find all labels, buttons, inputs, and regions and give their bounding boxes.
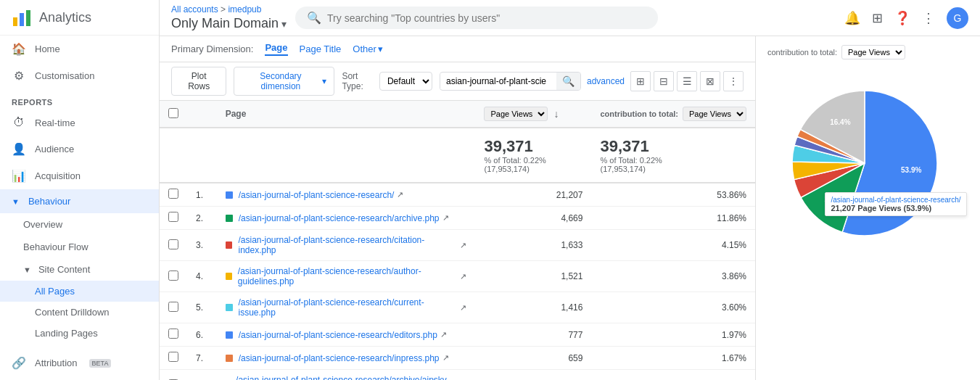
page-link[interactable]: /asian-journal-of-plant-science-research…	[239, 353, 440, 363]
view-table-button[interactable]: ⊞	[630, 71, 651, 91]
sidebar-item-customisation-label: Customisation	[35, 70, 94, 81]
sidebar-item-landing-pages[interactable]: Landing Pages	[0, 323, 159, 344]
dim-page-link[interactable]: Page	[265, 42, 287, 56]
row-num: 7.	[187, 347, 217, 370]
view-compare-button[interactable]: ⊟	[654, 71, 674, 91]
plot-rows-button[interactable]: Plot Rows	[171, 67, 226, 96]
sidebar-item-behaviour-flow-label: Behaviour Flow	[23, 241, 88, 252]
dim-page-title-link[interactable]: Page Title	[300, 44, 342, 54]
grid-icon[interactable]: ⊞	[872, 10, 883, 26]
page-views-metric-select[interactable]: Page Views	[484, 107, 548, 121]
search-filter: 🔍	[440, 72, 581, 91]
summary-row: 39,371 % of Total: 0.22% (17,953,174) 39…	[160, 128, 755, 183]
external-link-icon[interactable]: ↗	[442, 353, 449, 363]
page-link[interactable]: /asian-journal-of-plant-science-research…	[239, 213, 440, 223]
view-custom-button[interactable]: ⋮	[723, 71, 744, 91]
row-checkbox-cell	[160, 230, 187, 261]
sidebar-item-site-content[interactable]: ▼ Site Content	[0, 258, 159, 281]
sort-arrow-icon[interactable]: ↓	[553, 108, 559, 120]
contribution-label: contribution to total:	[600, 110, 678, 118]
sidebar-item-behaviour[interactable]: ▼ Behaviour	[0, 189, 159, 213]
sidebar-item-content-drilldown[interactable]: Content Drilldown	[0, 302, 159, 323]
table-row: 7. /asian-journal-of-plant-science-resea…	[160, 347, 755, 370]
page-link[interactable]: /asian-journal-of-plant-science-research…	[236, 375, 457, 380]
external-link-icon[interactable]: ↗	[460, 303, 466, 313]
breadcrumb-all-accounts[interactable]: All accounts	[171, 4, 218, 15]
row-checkbox-cell	[160, 207, 187, 230]
secondary-dimension-label: Secondary dimension	[242, 71, 319, 91]
row-pct: 0.99%	[591, 370, 755, 381]
sidebar-nav: 🏠 Home ⚙ Customisation REPORTS ⏱ Real-ti…	[0, 36, 159, 380]
external-link-icon[interactable]: ↗	[397, 190, 403, 199]
search-filter-button[interactable]: 🔍	[556, 73, 580, 90]
dim-other-dropdown[interactable]: Other ▾	[353, 44, 383, 54]
row-checkbox[interactable]	[168, 270, 178, 281]
row-page-cell: /asian-journal-of-plant-science-research…	[217, 347, 476, 370]
more-icon[interactable]: ⋮	[922, 10, 935, 26]
row-checkbox-cell	[160, 183, 187, 207]
contribution-header: contribution to total: Page Views	[600, 107, 746, 121]
row-checkbox[interactable]	[168, 329, 178, 339]
view-pivot-button[interactable]: ⊠	[700, 71, 720, 91]
secondary-dimension-button[interactable]: Secondary dimension ▾	[234, 67, 334, 96]
pie-chart: 53.9%11.9%16.4% /asian-journal-of-plant-…	[781, 80, 955, 254]
advanced-link[interactable]: advanced	[587, 76, 625, 86]
view-list-button[interactable]: ☰	[677, 71, 697, 91]
page-color-dot	[226, 191, 233, 199]
row-checkbox[interactable]	[168, 212, 178, 222]
breadcrumb-account[interactable]: imedpub	[228, 4, 261, 15]
row-checkbox[interactable]	[168, 302, 178, 312]
pie-metric-select[interactable]: Page Views	[841, 45, 905, 59]
search-filter-input[interactable]	[440, 73, 556, 89]
external-link-icon[interactable]: ↗	[460, 272, 466, 281]
avatar[interactable]: G	[947, 7, 968, 29]
contribution-metric-select[interactable]: Page Views	[683, 107, 746, 121]
page-link-group: /asian-journal-of-plant-science-research…	[226, 213, 467, 223]
row-checkbox[interactable]	[168, 352, 178, 362]
row-page-cell: /asian-journal-of-plant-science-research…	[217, 183, 476, 207]
row-checkbox-cell	[160, 370, 187, 381]
sidebar-item-overview[interactable]: Overview	[0, 213, 159, 236]
row-checkbox[interactable]	[168, 239, 178, 249]
domain-area: All accounts > imedpub Only Main Domain …	[171, 4, 287, 31]
sidebar-item-all-pages[interactable]: All Pages	[0, 281, 159, 302]
row-num: 5.	[187, 292, 217, 323]
select-all-checkbox[interactable]	[168, 108, 178, 118]
external-link-icon[interactable]: ↗	[442, 213, 449, 223]
table-row: 5. /asian-journal-of-plant-science-resea…	[160, 292, 755, 323]
svg-rect-1	[20, 13, 24, 26]
search-input[interactable]	[327, 12, 646, 24]
row-page-cell: /asian-journal-of-plant-science-research…	[217, 230, 476, 261]
summary-page-cell	[217, 128, 476, 183]
sort-type-select[interactable]: Default	[379, 72, 432, 91]
notification-icon[interactable]: 🔔	[844, 10, 860, 26]
attribution-icon: 🔗	[12, 356, 26, 370]
sidebar-item-realtime[interactable]: ⏱ Real-time	[0, 110, 159, 136]
row-checkbox[interactable]	[168, 189, 178, 199]
pie-svg: 53.9%11.9%16.4%	[781, 80, 948, 247]
page-link[interactable]: /asian-journal-of-plant-science-research…	[239, 297, 458, 318]
sidebar-item-behaviour-flow[interactable]: Behaviour Flow	[0, 236, 159, 258]
search-bar[interactable]: 🔍	[295, 7, 658, 29]
row-num: 8.	[187, 370, 217, 381]
attribution-beta-badge: BETA	[89, 359, 112, 368]
row-num: 3.	[187, 230, 217, 261]
sidebar-item-attribution[interactable]: 🔗 Attribution BETA	[0, 350, 159, 376]
sidebar-item-acquisition[interactable]: 📊 Acquisition	[0, 162, 159, 189]
page-link[interactable]: /asian-journal-of-plant-science-research…	[239, 190, 395, 200]
help-icon[interactable]: ❓	[894, 10, 910, 26]
external-link-icon[interactable]: ↗	[460, 241, 466, 250]
sidebar-item-audience[interactable]: 👤 Audience	[0, 136, 159, 162]
sidebar-item-home[interactable]: 🏠 Home	[0, 36, 159, 62]
domain-selector[interactable]: Only Main Domain ▾	[171, 16, 287, 31]
pie-label-7: 16.4%	[830, 118, 850, 126]
page-link[interactable]: /asian-journal-of-plant-science-research…	[239, 330, 437, 340]
page-link[interactable]: /asian-journal-of-plant-science-research…	[238, 235, 457, 255]
sidebar-item-customisation[interactable]: ⚙ Customisation	[0, 62, 159, 89]
page-link[interactable]: /asian-journal-of-plant-science-research…	[238, 266, 458, 286]
data-table: Page Page Views ↓ c	[160, 101, 755, 380]
th-page-views: Page Views ↓	[475, 101, 591, 128]
page-link-group: /asian-journal-of-plant-science-research…	[226, 353, 467, 363]
row-views: 4,669	[475, 207, 591, 230]
external-link-icon[interactable]: ↗	[440, 330, 447, 339]
